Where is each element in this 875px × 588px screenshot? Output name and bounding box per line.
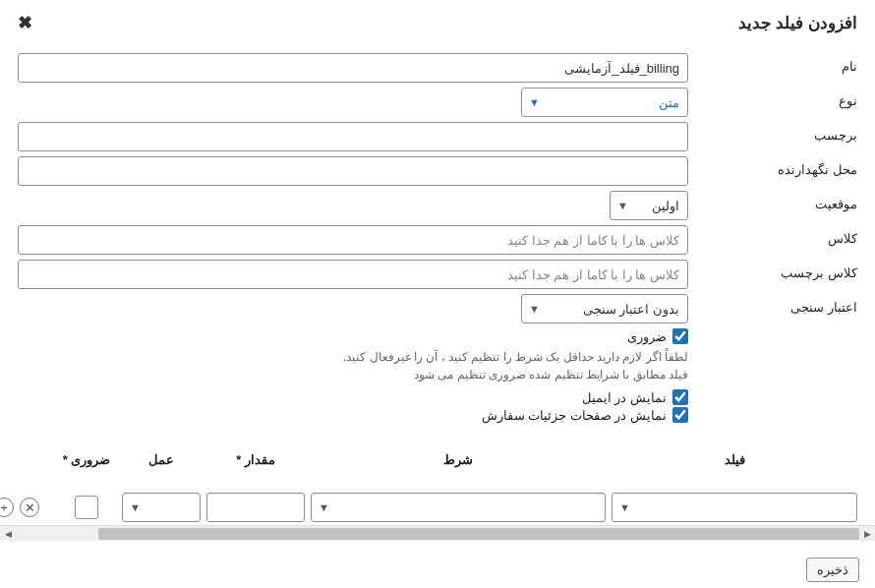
label-class: کلاس — [700, 225, 857, 246]
label-name: نام — [700, 53, 857, 74]
scroll-right-icon[interactable]: ▶ — [859, 526, 875, 542]
show-order-label: نمایش در صفحات جزئیات سفارش — [482, 408, 667, 423]
label-position: موقعیت — [700, 191, 857, 211]
scroll-thumb[interactable] — [98, 528, 859, 540]
col-field: فیلد — [612, 452, 857, 491]
required-label: ضروری — [627, 329, 667, 344]
scroll-left-icon[interactable]: ◀ — [0, 526, 16, 542]
remove-icon[interactable]: ✕ — [20, 498, 39, 517]
close-icon[interactable]: ✖ — [18, 12, 32, 33]
modal-footer: ذخیره — [806, 558, 859, 582]
label-type: نوع — [700, 88, 857, 108]
cond-op-select[interactable] — [122, 493, 201, 522]
class-input[interactable] — [18, 225, 688, 255]
col-req: ضروری * — [57, 452, 116, 491]
label-field-label: برچسب — [700, 122, 857, 143]
placeholder-input[interactable] — [18, 156, 688, 186]
save-button[interactable]: ذخیره — [806, 558, 859, 582]
conditions-table: فیلد شرط مقدار * عمل ضروری * ▼ ▼ ▼ ✕ — [18, 452, 857, 524]
type-select[interactable]: متن — [521, 88, 688, 117]
required-checkbox[interactable] — [672, 328, 688, 344]
show-email-checkbox[interactable] — [672, 389, 688, 405]
condition-row: ▼ ▼ ▼ ✕ + — [18, 491, 857, 524]
required-help: لطفاً اگر لازم دارید حداقل یک شرط را تنظ… — [334, 348, 688, 383]
add-field-modal: افزودن فیلد جدید ✖ نام نوع متن ▼ برچسب م… — [0, 0, 875, 532]
col-cond: شرط — [311, 452, 606, 491]
modal-header: افزودن فیلد جدید ✖ — [18, 12, 857, 33]
show-email-label: نمایش در ایمیل — [582, 390, 667, 405]
name-input[interactable] — [18, 53, 688, 83]
label-input[interactable] — [18, 122, 688, 151]
col-op: عمل — [122, 452, 201, 491]
show-order-checkbox[interactable] — [672, 407, 688, 423]
horizontal-scrollbar[interactable]: ◀ ▶ — [0, 525, 875, 541]
cond-field-select[interactable] — [612, 493, 857, 522]
label-validation: اعتبار سنجی — [700, 294, 857, 315]
label-class-input[interactable] — [18, 260, 688, 289]
position-select[interactable]: اولین — [610, 191, 688, 220]
label-label-class: کلاس برچسب — [700, 260, 857, 280]
cond-cond-select[interactable] — [311, 493, 606, 522]
add-icon[interactable]: + — [0, 498, 14, 517]
cond-value-input[interactable] — [206, 493, 305, 522]
modal-title: افزودن فیلد جدید — [738, 13, 857, 33]
validation-select[interactable]: بدون اعتبار سنجی — [521, 294, 688, 323]
label-placeholder: محل نگهدارنده — [700, 156, 857, 177]
col-value: مقدار * — [206, 452, 305, 491]
cond-req-box[interactable] — [75, 496, 98, 519]
